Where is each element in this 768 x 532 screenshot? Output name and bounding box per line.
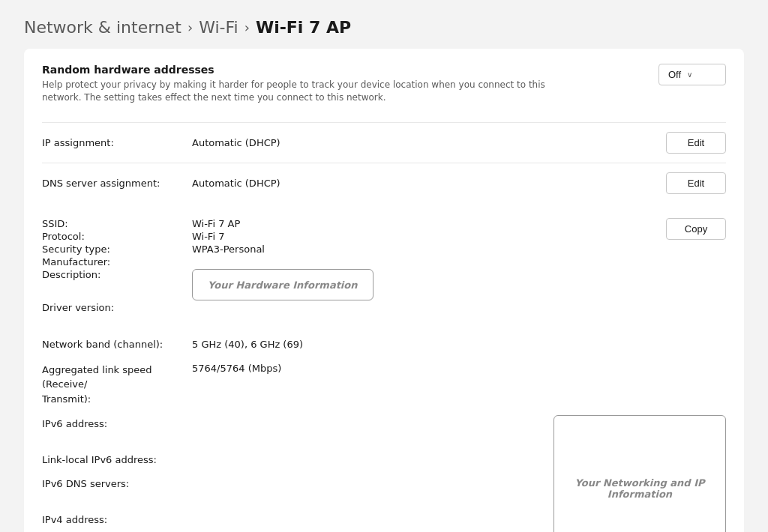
hw-info-box: Your Hardware Information <box>192 269 374 300</box>
ipv6-dns-row: IPv6 DNS servers: <box>42 472 554 496</box>
ssid-copy-button[interactable]: Copy <box>666 218 726 240</box>
dns-assignment-edit-button[interactable]: Edit <box>666 172 726 194</box>
chevron-down-icon: ∨ <box>687 70 692 79</box>
aggregated-link-label-col: Aggregated link speed (Receive/ Transmit… <box>42 363 192 407</box>
security-type-row: Security type: WPA3-Personal <box>42 244 374 255</box>
network-info-placeholder-text: Your Networking and IP Information <box>569 477 710 500</box>
dns-assignment-value: Automatic (DHCP) <box>192 178 666 189</box>
ipv4-address-row: IPv4 address: <box>42 508 554 532</box>
link-local-ipv6-row: Link-local IPv6 address: <box>42 448 554 472</box>
description-label: Description: <box>42 269 192 300</box>
ipv6-address-row: IPv6 address: <box>42 412 554 436</box>
manufacturer-label: Manufacturer: <box>42 256 192 267</box>
description-row: Description: Your Hardware Information <box>42 269 374 300</box>
random-hw-title: Random hardware addresses <box>42 64 567 76</box>
ip-labels-group: IPv6 address: Link-local IPv6 address: I… <box>42 412 554 532</box>
dns-assignment-action: Edit <box>666 172 726 194</box>
breadcrumb-network-internet[interactable]: Network & internet <box>24 18 182 37</box>
security-type-value: WPA3-Personal <box>192 244 374 255</box>
link-local-ipv6-label: Link-local IPv6 address: <box>42 454 192 465</box>
ip-assignment-label: IP assignment: <box>42 137 192 148</box>
breadcrumb-wifi[interactable]: Wi-Fi <box>199 18 238 37</box>
ipv6-address-label: IPv6 address: <box>42 418 192 429</box>
breadcrumb: Network & internet › Wi-Fi › Wi-Fi 7 AP <box>24 18 744 37</box>
random-hw-dropdown[interactable]: Off ∨ <box>658 64 726 85</box>
network-band-row: Network band (channel): 5 GHz (40), 6 GH… <box>42 333 726 357</box>
ssid-copy-action: Copy <box>666 218 726 240</box>
driver-version-label: Driver version: <box>42 302 192 313</box>
aggregated-link-label-line2: Transmit): <box>42 392 192 407</box>
ip-assignment-value: Automatic (DHCP) <box>192 137 666 148</box>
dns-assignment-label: DNS server assignment: <box>42 178 192 189</box>
manufacturer-value <box>192 256 374 267</box>
protocol-label: Protocol: <box>42 231 192 242</box>
random-hardware-section: Random hardware addresses Help protect y… <box>42 64 726 104</box>
security-type-label: Security type: <box>42 244 192 255</box>
ssid-block: SSID: Wi-Fi 7 AP Protocol: Wi-Fi 7 Secur… <box>42 212 726 321</box>
aggregated-link-row: Aggregated link speed (Receive/ Transmit… <box>42 357 726 413</box>
ssid-value: Wi-Fi 7 AP <box>192 218 374 229</box>
breadcrumb-current: Wi-Fi 7 AP <box>256 18 351 37</box>
aggregated-link-value: 5764/5764 (Mbps) <box>192 363 726 407</box>
network-band-label: Network band (channel): <box>42 339 192 350</box>
protocol-value: Wi-Fi 7 <box>192 231 374 242</box>
network-band-value: 5 GHz (40), 6 GHz (69) <box>192 339 726 350</box>
ip-assignment-action: Edit <box>666 132 726 154</box>
ip-assignment-edit-button[interactable]: Edit <box>666 132 726 154</box>
driver-version-row: Driver version: <box>42 302 374 313</box>
ipv6-networking-block: IPv6 address: Link-local IPv6 address: I… <box>42 412 726 532</box>
ssid-row: SSID: Wi-Fi 7 AP <box>42 218 374 229</box>
aggregated-link-label-line1: Aggregated link speed (Receive/ <box>42 363 192 392</box>
ssid-info-group: SSID: Wi-Fi 7 AP Protocol: Wi-Fi 7 Secur… <box>42 218 374 315</box>
random-hw-dropdown-value: Off <box>668 69 681 80</box>
ssid-label: SSID: <box>42 218 192 229</box>
protocol-row: Protocol: Wi-Fi 7 <box>42 231 374 242</box>
hw-info-text: Your Hardware Information <box>208 279 358 291</box>
divider-1 <box>42 122 726 123</box>
network-info-box: Your Networking and IP Information <box>554 415 726 532</box>
random-hw-description: Help protect your privacy by making it h… <box>42 79 567 104</box>
ip-assignment-row: IP assignment: Automatic (DHCP) Edit <box>42 126 726 160</box>
ipv6-dns-label: IPv6 DNS servers: <box>42 478 192 489</box>
random-hw-text-block: Random hardware addresses Help protect y… <box>42 64 567 104</box>
divider-2 <box>42 163 726 163</box>
breadcrumb-sep-2: › <box>244 19 250 35</box>
dns-assignment-row: DNS server assignment: Automatic (DHCP) … <box>42 166 726 200</box>
manufacturer-row: Manufacturer: <box>42 256 374 267</box>
ipv4-address-label: IPv4 address: <box>42 514 192 525</box>
driver-version-value <box>192 302 374 313</box>
breadcrumb-sep-1: › <box>188 19 193 35</box>
